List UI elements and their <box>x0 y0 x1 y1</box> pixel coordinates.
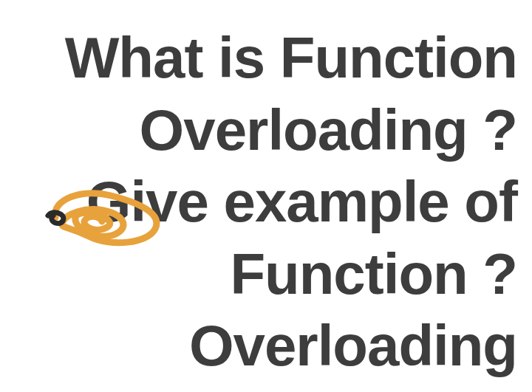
question-text: What is Function Overloading ? Give exam… <box>15 22 517 382</box>
